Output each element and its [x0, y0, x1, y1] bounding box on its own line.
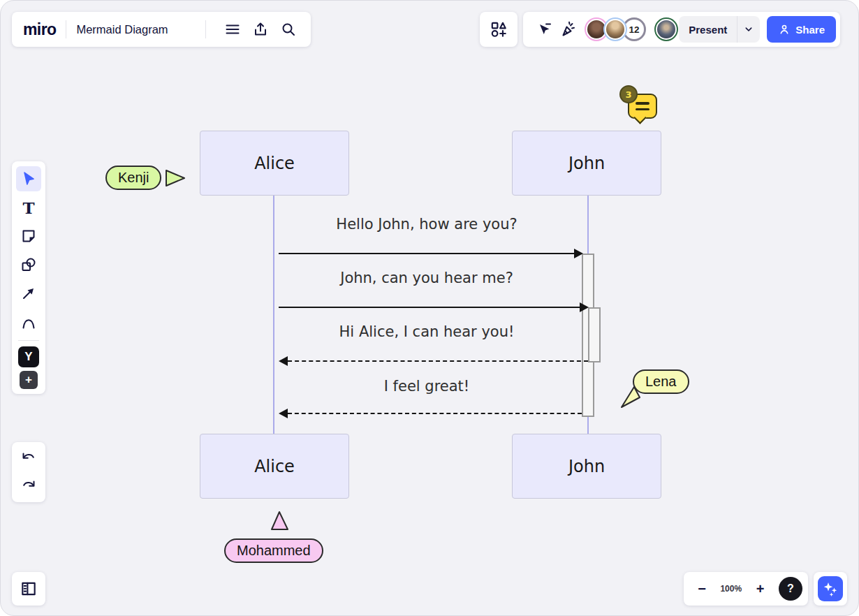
whiteboard-canvas[interactable]: Alice John Alice John Hello John, how ar…: [1, 1, 858, 615]
party-popper-icon: [560, 21, 577, 38]
avatar-collaborator-2[interactable]: [603, 17, 627, 41]
apps-button[interactable]: [485, 16, 512, 43]
tool-select[interactable]: [16, 166, 41, 191]
help-button[interactable]: ?: [779, 577, 802, 601]
header-left-toolbar: miro Mermaid Diagram: [12, 12, 311, 47]
chevron-down-icon: [742, 23, 755, 36]
actor-box-john-top[interactable]: John: [512, 131, 661, 196]
add-tools-button[interactable]: +: [20, 371, 38, 389]
sticky-note-icon: [20, 228, 37, 244]
search-button[interactable]: [277, 18, 300, 41]
share-label: Share: [795, 24, 825, 36]
reactions-button[interactable]: [557, 17, 580, 41]
search-icon: [280, 21, 297, 38]
message-label-3[interactable]: Hi Alice, I can hear you!: [279, 323, 575, 344]
tool-pen[interactable]: [16, 309, 41, 335]
main-menu-button[interactable]: [221, 18, 244, 41]
collaborator-cursor-icon: [536, 21, 553, 38]
actor-box-john-bottom[interactable]: John: [512, 434, 661, 499]
actor-box-alice-bottom[interactable]: Alice: [200, 434, 349, 499]
arrowhead-right-2: [580, 302, 589, 312]
collaborator-cursor-label-kenji: Kenji: [105, 166, 161, 190]
frames-panel-button[interactable]: [12, 572, 45, 606]
export-icon: [252, 21, 269, 38]
undo-button[interactable]: [17, 446, 41, 470]
export-button[interactable]: [249, 18, 272, 41]
activation-bar-inner: [588, 307, 601, 362]
sparkles-icon: [822, 580, 839, 597]
collaborator-cursor-label-mohammed: Mohammed: [224, 538, 323, 563]
miro-board-window: Alice John Alice John Hello John, how ar…: [0, 0, 859, 616]
comment-line-icon: [636, 108, 649, 111]
arrowhead-left-4: [279, 409, 288, 418]
comment-line-icon: [636, 102, 649, 105]
redo-icon: [20, 478, 37, 494]
share-button[interactable]: Share: [767, 16, 836, 43]
menu-icon: [224, 21, 241, 38]
message-label-1[interactable]: Hello John, how are you?: [279, 216, 575, 237]
arrow-icon: [20, 285, 37, 302]
present-button[interactable]: Present: [679, 16, 760, 43]
creation-toolbar: T Y +: [12, 161, 45, 394]
arrowhead-right-1: [574, 249, 583, 258]
apps-icon: [490, 20, 508, 38]
divider: [205, 20, 206, 38]
redo-button[interactable]: [17, 474, 41, 498]
comment-bubble[interactable]: 3: [628, 94, 657, 119]
header-right-toolbar: 12 Present Share: [523, 12, 840, 47]
comment-bubble-tail: [633, 111, 646, 124]
question-mark-icon: ?: [787, 582, 794, 595]
undo-icon: [20, 450, 37, 467]
plus-icon: +: [25, 373, 32, 387]
message-arrow-4[interactable]: [288, 413, 582, 414]
avatar-stack: 12: [585, 17, 678, 41]
app-y-icon: Y: [24, 350, 32, 364]
zoom-level[interactable]: 100%: [720, 584, 742, 594]
avatar-photo: [656, 19, 677, 40]
collaborator-cursor-pointer-kenji: [164, 168, 186, 188]
zoom-controls: − 100% + ?: [684, 572, 808, 606]
message-arrow-1[interactable]: [279, 253, 575, 254]
board-title[interactable]: Mermaid Diagram: [76, 23, 168, 36]
present-dropdown[interactable]: [737, 23, 760, 36]
select-cursor-icon: [20, 170, 37, 187]
share-person-icon: [778, 23, 791, 36]
message-arrow-3[interactable]: [288, 360, 588, 362]
present-label: Present: [679, 24, 737, 36]
history-toolbar: [12, 442, 45, 502]
zoom-in-button[interactable]: +: [752, 581, 769, 597]
hide-cursors-button[interactable]: [533, 17, 557, 41]
lifeline-alice: [273, 194, 274, 435]
shapes-icon: [20, 256, 37, 273]
tool-connection-line[interactable]: [16, 281, 41, 306]
collaborator-cursor-pointer-mohammed: [270, 511, 290, 531]
zoom-out-button[interactable]: −: [693, 581, 710, 597]
comment-count-badge: 3: [619, 85, 638, 103]
tool-sticky-note[interactable]: [16, 223, 41, 249]
message-arrow-2[interactable]: [279, 307, 580, 308]
ai-assist-card: [814, 572, 847, 606]
divider: [18, 340, 39, 341]
text-tool-icon: T: [22, 200, 34, 216]
frames-panel-icon: [20, 580, 38, 598]
apps-panel-card: [480, 12, 517, 47]
ai-assist-button[interactable]: [818, 576, 843, 601]
tool-shapes[interactable]: [16, 252, 41, 277]
message-label-4[interactable]: I feel great!: [279, 378, 575, 399]
actor-box-alice-top[interactable]: Alice: [200, 131, 349, 196]
message-label-2[interactable]: John, can you hear me?: [279, 270, 575, 291]
arrowhead-left-3: [279, 356, 288, 366]
avatar-photo: [605, 19, 626, 40]
pinned-app-button[interactable]: Y: [18, 346, 39, 367]
miro-logo[interactable]: miro: [23, 20, 56, 39]
avatar-current-user[interactable]: [654, 17, 678, 41]
pen-curve-icon: [20, 314, 37, 330]
tool-text[interactable]: T: [16, 195, 41, 220]
divider: [66, 20, 66, 38]
collaborator-cursor-pointer-lena: [619, 385, 642, 410]
